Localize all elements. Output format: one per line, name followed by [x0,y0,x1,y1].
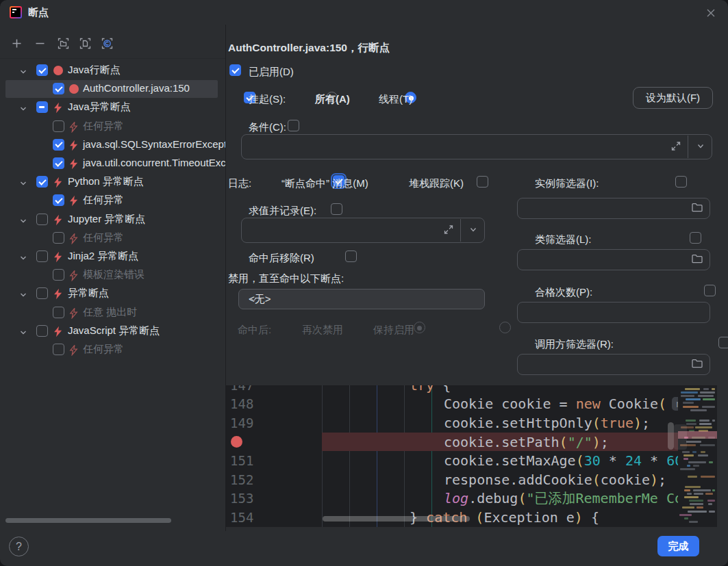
chevron-down-icon[interactable] [19,290,27,301]
instance-filter-label: 实例筛选器(I): [535,177,599,190]
caller-filter-input[interactable] [517,354,710,375]
vertical-scrollbar[interactable] [668,422,674,450]
chevron-down-icon[interactable] [19,327,27,339]
tree-item[interactable]: Jinja2 异常断点 [0,248,225,266]
help-button[interactable]: ? [9,537,29,556]
exception-breakpoint-icon [68,121,79,135]
horizontal-scrollbar[interactable] [323,516,470,522]
tree-item-checkbox[interactable] [36,176,48,188]
disable-until-dropdown[interactable]: <无> [238,289,485,309]
instance-filter-checkbox[interactable] [675,176,687,188]
chevron-down-icon[interactable] [468,224,478,236]
chevron-down-icon [249,295,477,307]
tree-item[interactable]: 任何异常 [0,341,225,359]
tree-item-checkbox[interactable] [36,287,48,299]
indent-guide [349,385,350,527]
tree-item-label: 任何异常 [83,120,124,133]
tree-item-checkbox[interactable] [53,120,64,132]
tree-item-label: JavaScript 异常断点 [68,324,160,337]
tree-item[interactable]: java.util.concurrent.TimeoutException [0,155,225,172]
enabled-checkbox[interactable] [229,64,241,76]
tree-item[interactable]: Jupyter 异常断点 [0,211,225,229]
log-label: 日志: [228,177,251,190]
expand-icon[interactable] [443,224,454,237]
tree-item-checkbox[interactable] [53,157,64,169]
code-line: cookie.setMaxAge(30 * 24 * 60 * [444,451,699,470]
tree-item[interactable]: 模板渲染错误 [0,266,225,284]
tree-item[interactable]: 异常断点 [0,285,225,303]
tree-item[interactable]: Java异常断点 [0,99,225,116]
tree-item-checkbox[interactable] [53,194,64,206]
pass-count-checkbox[interactable] [704,285,716,296]
group-by-file-button[interactable] [56,36,70,50]
line-number: 151 [230,451,253,470]
exception-breakpoint-icon [53,177,63,190]
tree-item-checkbox[interactable] [36,101,48,113]
tree-item-checkbox[interactable] [53,269,64,281]
tree-item-label: java.sql.SQLSyntaxErrorException [83,138,225,150]
tree-item-checkbox[interactable] [53,344,64,355]
tree-item-label: 模板渲染错误 [83,268,145,281]
chevron-down-icon[interactable] [19,216,27,227]
tree-horizontal-scrollbar[interactable] [5,518,171,523]
suspend-thread-label: 线程(T) [379,93,412,106]
after-hit-label: 命中后: [238,324,271,337]
line-number: 153 [230,489,253,509]
tree-item-checkbox[interactable] [36,64,48,76]
title-bar: 断点 [0,0,728,25]
instance-filter-input[interactable] [517,198,710,219]
breakpoint-dot-icon[interactable] [231,436,242,448]
tree-item-label: Java异常断点 [68,101,131,114]
eval-log-input[interactable] [241,218,485,243]
tree-item-checkbox[interactable] [53,307,64,318]
expand-icon[interactable] [670,140,681,153]
stacktrace-checkbox[interactable] [477,176,488,188]
tree-item-checkbox[interactable] [53,232,64,244]
chevron-down-icon[interactable] [19,66,27,78]
remove-after-hit-checkbox[interactable] [345,250,357,262]
tree-item-checkbox[interactable] [53,139,64,151]
caller-filter-checkbox[interactable] [718,337,728,348]
tree-item[interactable]: 任何异常 [0,192,225,209]
tree-item[interactable]: 任何异常 [0,229,225,247]
tree-item[interactable]: AuthController.java:150 [0,80,225,98]
exception-breakpoint-icon [68,158,79,172]
chevron-down-icon[interactable] [19,253,27,264]
folder-icon[interactable] [691,358,703,371]
add-breakpoint-button[interactable] [10,36,23,50]
stacktrace-label: 堆栈跟踪(K) [409,177,464,190]
move-to-group-button[interactable] [78,36,92,50]
folder-icon[interactable] [691,202,703,215]
tree-item-checkbox[interactable] [53,83,64,94]
line-breakpoint-icon [53,65,64,78]
keep-enabled-label: 保持启用 [373,324,414,337]
condition-input[interactable] [241,134,712,159]
remove-breakpoint-button[interactable] [33,36,47,50]
set-default-button[interactable]: 设为默认(F) [633,87,713,109]
tree-item-checkbox[interactable] [36,325,48,337]
tree-item[interactable]: Python 异常断点 [0,173,225,191]
tree-item-checkbox[interactable] [36,250,48,262]
tree-item[interactable]: JavaScript 异常断点 [0,322,225,340]
class-filter-label: 类筛选器(L): [535,233,592,246]
chevron-down-icon[interactable] [19,103,27,115]
tree-item[interactable]: 任何异常 [0,118,225,136]
class-filter-input[interactable] [517,249,710,270]
chevron-down-icon[interactable] [19,178,27,190]
folder-icon[interactable] [691,253,703,266]
tree-item[interactable]: Java行断点 [0,62,225,79]
tree-item-checkbox[interactable] [36,214,48,225]
group-by-class-button[interactable] [100,36,114,50]
eval-log-checkbox[interactable] [331,203,342,215]
tree-item[interactable]: java.sql.SQLSyntaxErrorException [0,136,225,154]
code-preview[interactable]: 147try {148Cookie cookie = new Cookie(na… [226,385,717,527]
close-icon[interactable] [703,5,718,21]
condition-checkbox[interactable] [288,120,299,131]
class-filter-checkbox[interactable] [690,232,701,244]
exception-breakpoint-icon [68,344,79,358]
tree-item[interactable]: 任意 抛出时 [0,304,225,322]
pass-count-input[interactable] [517,302,710,323]
done-button[interactable]: 完成 [657,536,699,556]
chevron-down-icon[interactable] [696,141,705,153]
disable-until-label: 禁用，直至命中以下断点: [228,272,344,285]
